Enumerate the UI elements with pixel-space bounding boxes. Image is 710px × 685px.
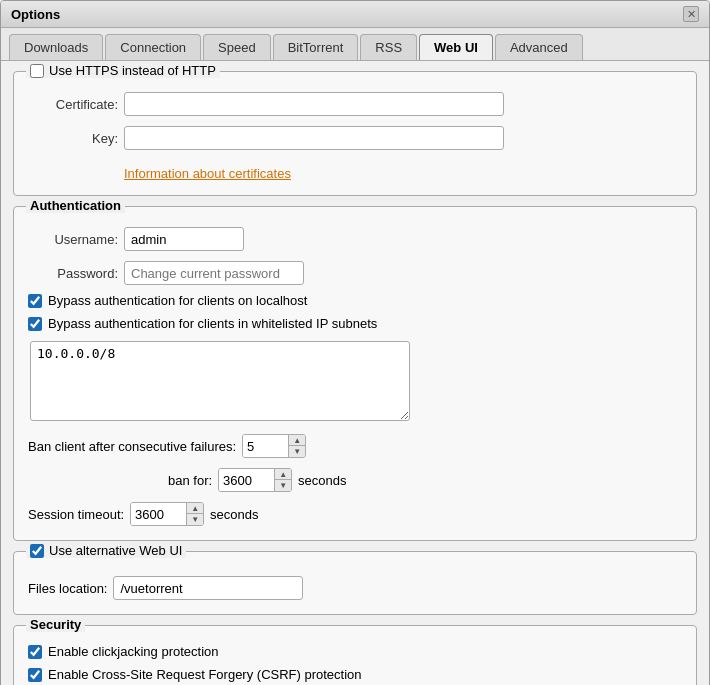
ban-down-arrow[interactable]: ▼ xyxy=(289,446,305,457)
ban-value-spinner[interactable]: ▲ ▼ xyxy=(242,434,306,458)
tab-bar: Downloads Connection Speed BitTorrent RS… xyxy=(1,28,709,61)
username-label: Username: xyxy=(28,232,118,247)
certificate-input[interactable] xyxy=(124,92,504,116)
close-button[interactable]: ✕ xyxy=(683,6,699,22)
ban-up-arrow[interactable]: ▲ xyxy=(289,435,305,446)
password-input[interactable] xyxy=(124,261,304,285)
clickjacking-checkbox[interactable] xyxy=(28,645,42,659)
alt-webui-group-title: Use alternative Web UI xyxy=(26,543,186,558)
certificate-row: Certificate: xyxy=(28,92,682,116)
key-input[interactable] xyxy=(124,126,504,150)
bypass-whitelist-checkbox[interactable] xyxy=(28,317,42,331)
key-label: Key: xyxy=(28,131,118,146)
username-row: Username: xyxy=(28,227,682,251)
files-location-row: Files location: xyxy=(28,576,682,600)
title-bar: Options ✕ xyxy=(1,1,709,28)
ban-for-spinner[interactable]: ▲ ▼ xyxy=(218,468,292,492)
tab-connection[interactable]: Connection xyxy=(105,34,201,60)
ban-for-label: ban for: xyxy=(168,473,212,488)
clickjacking-label: Enable clickjacking protection xyxy=(48,644,219,659)
bypass-localhost-label: Bypass authentication for clients on loc… xyxy=(48,293,307,308)
session-up-arrow[interactable]: ▲ xyxy=(187,503,203,514)
session-down-arrow[interactable]: ▼ xyxy=(187,514,203,525)
ban-failures-row: Ban client after consecutive failures: ▲… xyxy=(28,434,682,458)
ban-for-input[interactable] xyxy=(219,469,274,491)
certificate-label: Certificate: xyxy=(28,97,118,112)
ban-for-row: ban for: ▲ ▼ seconds xyxy=(28,468,682,492)
bypass-localhost-checkbox[interactable] xyxy=(28,294,42,308)
clickjacking-row: Enable clickjacking protection xyxy=(28,644,682,659)
https-group-title: Use HTTPS instead of HTTP xyxy=(26,63,220,78)
key-row: Key: xyxy=(28,126,682,150)
password-label: Password: xyxy=(28,266,118,281)
https-label: Use HTTPS instead of HTTP xyxy=(49,63,216,78)
tab-webui[interactable]: Web UI xyxy=(419,34,493,60)
window-title: Options xyxy=(11,7,60,22)
ban-for-up-arrow[interactable]: ▲ xyxy=(275,469,291,480)
ban-value-input[interactable] xyxy=(243,435,288,457)
https-group: Use HTTPS instead of HTTP Certificate: K… xyxy=(13,71,697,196)
ip-subnets-textarea[interactable]: 10.0.0.0/8 xyxy=(30,341,410,421)
bypass-localhost-row: Bypass authentication for clients on loc… xyxy=(28,293,682,308)
csrf-row: Enable Cross-Site Request Forgery (CSRF)… xyxy=(28,667,682,682)
options-window: Options ✕ Downloads Connection Speed Bit… xyxy=(0,0,710,685)
security-group-title: Security xyxy=(26,617,85,632)
alt-webui-label: Use alternative Web UI xyxy=(49,543,182,558)
ban-for-suffix: seconds xyxy=(298,473,346,488)
files-input[interactable] xyxy=(113,576,303,600)
csrf-label: Enable Cross-Site Request Forgery (CSRF)… xyxy=(48,667,362,682)
username-input[interactable] xyxy=(124,227,244,251)
cert-info-link[interactable]: Information about certificates xyxy=(124,166,291,181)
tab-bittorrent[interactable]: BitTorrent xyxy=(273,34,359,60)
bypass-whitelist-row: Bypass authentication for clients in whi… xyxy=(28,316,682,331)
session-label: Session timeout: xyxy=(28,507,124,522)
ban-for-arrows: ▲ ▼ xyxy=(274,469,291,491)
bypass-whitelist-label: Bypass authentication for clients in whi… xyxy=(48,316,377,331)
session-input[interactable] xyxy=(131,503,186,525)
auth-group-title: Authentication xyxy=(26,198,125,213)
main-content: Use HTTPS instead of HTTP Certificate: K… xyxy=(1,61,709,685)
ban-arrows: ▲ ▼ xyxy=(288,435,305,457)
tab-downloads[interactable]: Downloads xyxy=(9,34,103,60)
session-spinner[interactable]: ▲ ▼ xyxy=(130,502,204,526)
password-row: Password: xyxy=(28,261,682,285)
alt-webui-checkbox[interactable] xyxy=(30,544,44,558)
files-label: Files location: xyxy=(28,581,107,596)
csrf-checkbox[interactable] xyxy=(28,668,42,682)
auth-group: Authentication Username: Password: Bypas… xyxy=(13,206,697,541)
security-group: Security Enable clickjacking protection … xyxy=(13,625,697,685)
ban-label: Ban client after consecutive failures: xyxy=(28,439,236,454)
alt-webui-group: Use alternative Web UI Files location: xyxy=(13,551,697,615)
session-timeout-row: Session timeout: ▲ ▼ seconds xyxy=(28,502,682,526)
tab-advanced[interactable]: Advanced xyxy=(495,34,583,60)
session-arrows: ▲ ▼ xyxy=(186,503,203,525)
https-checkbox[interactable] xyxy=(30,64,44,78)
tab-rss[interactable]: RSS xyxy=(360,34,417,60)
session-suffix: seconds xyxy=(210,507,258,522)
ban-for-down-arrow[interactable]: ▼ xyxy=(275,480,291,491)
tab-speed[interactable]: Speed xyxy=(203,34,271,60)
